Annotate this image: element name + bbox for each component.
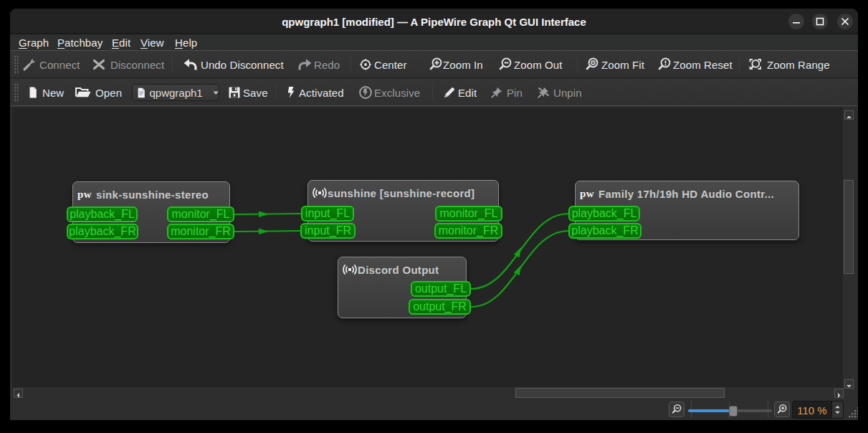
svg-text:pw: pw: [580, 188, 594, 199]
svg-text:pw: pw: [77, 189, 92, 200]
